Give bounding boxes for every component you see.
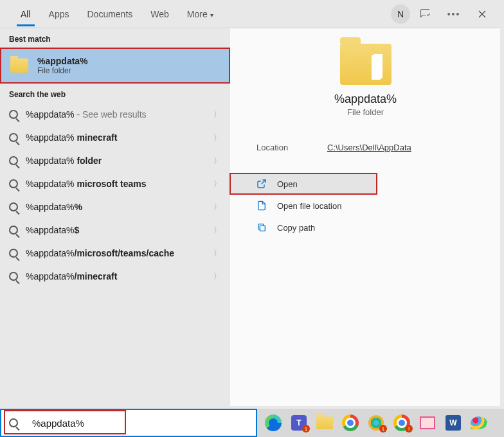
chevron-right-icon: 〉 — [213, 109, 221, 120]
action-copy-path[interactable]: Copy path — [231, 217, 500, 238]
preview-pane: %appdata% File folder Location C:\Users\… — [230, 28, 500, 406]
tab-apps[interactable]: Apps — [40, 3, 78, 26]
tab-web[interactable]: Web — [141, 3, 178, 26]
more-options-icon[interactable]: ••• — [441, 1, 467, 27]
taskbar-app-snip[interactable] — [415, 411, 440, 435]
taskbar: 1 1 ! W — [257, 409, 504, 437]
search-icon — [9, 156, 18, 165]
tab-more[interactable]: More▾ — [178, 3, 222, 26]
best-match-result[interactable]: %appdata% File folder — [0, 48, 230, 84]
chevron-right-icon: 〉 — [213, 225, 221, 236]
search-icon — [9, 110, 18, 119]
location-value[interactable]: C:\Users\Dell\AppData — [327, 143, 411, 152]
filelocation-icon — [256, 201, 269, 211]
taskbar-app-edge[interactable] — [261, 411, 285, 435]
action-open-file-location[interactable]: Open file location — [231, 195, 500, 217]
search-web-header: Search the web — [0, 84, 230, 103]
chevron-right-icon: 〉 — [213, 179, 221, 190]
search-icon — [9, 202, 18, 211]
copypath-icon — [256, 222, 269, 233]
search-icon — [9, 226, 18, 235]
web-result-item[interactable]: %appdata%$ 〉 — [0, 219, 230, 242]
web-result-item[interactable]: %appdata% folder 〉 — [0, 149, 230, 172]
taskbar-app-teams[interactable]: 1 — [287, 411, 311, 435]
web-result-item[interactable]: %appdata%% 〉 — [0, 195, 230, 219]
search-icon — [9, 133, 18, 142]
preview-subtitle: File folder — [231, 107, 500, 117]
best-match-title: %appdata% — [37, 56, 88, 66]
user-avatar[interactable]: N — [391, 4, 410, 24]
taskbar-app-explorer[interactable] — [312, 411, 337, 435]
windows-search-panel: All Apps Documents Web More▾ N ••• Best … — [0, 0, 500, 406]
chevron-right-icon: 〉 — [213, 271, 221, 282]
filter-tabs-row: All Apps Documents Web More▾ N ••• — [0, 0, 500, 28]
chevron-right-icon: 〉 — [213, 156, 221, 166]
feedback-icon[interactable] — [413, 1, 438, 27]
action-open[interactable]: Open — [230, 173, 377, 195]
best-match-subtitle: File folder — [37, 66, 88, 75]
taskbar-search-box[interactable] — [0, 409, 257, 437]
tab-all[interactable]: All — [12, 3, 40, 26]
location-label: Location — [256, 143, 327, 152]
taskbar-app-chrome-2[interactable]: ! — [390, 411, 414, 435]
search-icon — [9, 249, 18, 258]
taskbar-app-chrome[interactable] — [338, 411, 363, 435]
close-button[interactable] — [469, 1, 495, 27]
web-result-item[interactable]: %appdata% microsoft teams 〉 — [0, 172, 230, 195]
best-match-header: Best match — [0, 28, 230, 48]
search-icon — [9, 418, 18, 427]
folder-icon-large — [340, 44, 392, 85]
chevron-down-icon: ▾ — [210, 12, 213, 19]
web-result-item[interactable]: %appdata%/microsoft/teams/cache 〉 — [0, 242, 230, 265]
tab-documents[interactable]: Documents — [78, 3, 141, 26]
search-icon — [9, 179, 18, 188]
search-icon — [9, 272, 18, 281]
chevron-right-icon: 〉 — [213, 132, 221, 143]
web-result-item[interactable]: %appdata% - See web results 〉 — [0, 103, 230, 126]
open-icon — [256, 179, 269, 189]
web-result-item[interactable]: %appdata% minecraft 〉 — [0, 126, 230, 149]
chevron-right-icon: 〉 — [213, 248, 221, 259]
taskbar-app-slack[interactable]: 1 — [364, 411, 388, 435]
taskbar-app-paint[interactable] — [467, 411, 491, 435]
taskbar-app-word[interactable]: W — [441, 411, 465, 435]
chevron-right-icon: 〉 — [213, 202, 221, 213]
preview-title: %appdata% — [231, 93, 500, 106]
web-result-item[interactable]: %appdata%/minecraft 〉 — [0, 265, 230, 288]
svg-rect-0 — [260, 226, 265, 231]
folder-icon — [10, 58, 28, 73]
search-input[interactable] — [26, 418, 256, 429]
results-pane: Best match %appdata% File folder Search … — [0, 28, 230, 406]
